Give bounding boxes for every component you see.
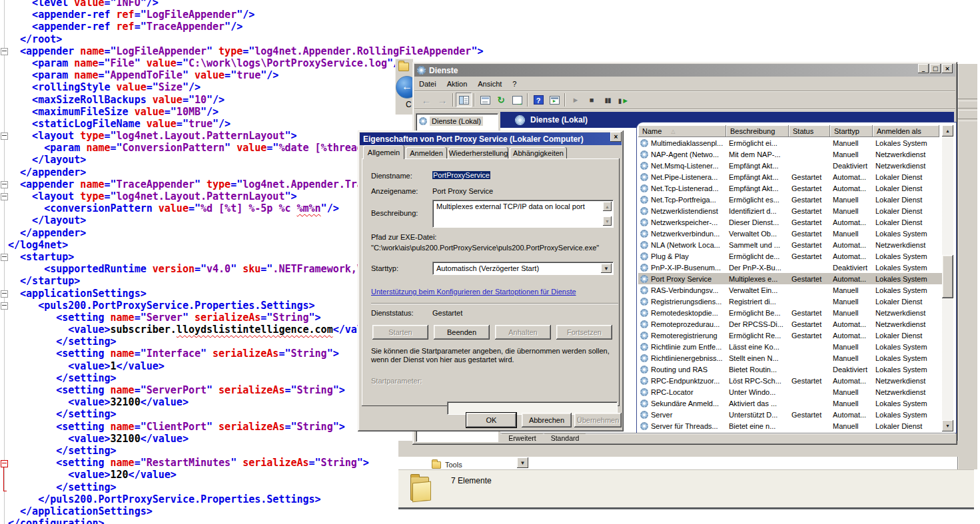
fold-toggle-icon[interactable] [1, 181, 8, 188]
table-row[interactable]: Sekundäre Anmeld...Aktiviert das ...Manu… [638, 397, 942, 409]
table-row[interactable]: Port Proxy ServiceMultiplexes e...Gestar… [638, 273, 942, 284]
code-line: <level value="INFO"/> [0, 0, 980, 9]
tab-abhängigkeiten[interactable]: Abhängigkeiten [510, 147, 567, 159]
chevron-down-icon[interactable]: ▼ [517, 457, 528, 468]
table-row[interactable]: RAS-Verbindungsv...Verwaltet Ein...Manue… [638, 284, 942, 296]
table-row[interactable]: Plug & PlayErmöglicht de...GestartetAuto… [638, 250, 942, 262]
column-header-anmeldenals[interactable]: Anmelden als [873, 125, 939, 137]
forward-arrow-icon[interactable]: → [434, 93, 450, 107]
table-row[interactable]: RPC-LocatorUnter Windo...ManuellNetzwerk… [638, 386, 942, 397]
table-row[interactable]: RemoteregistrierungErmöglicht Re...Gesta… [638, 330, 942, 341]
view-tab-erweitert[interactable]: Erweitert [502, 433, 543, 442]
table-row[interactable]: Netzwerkverbindun...Verwaltet Ob...Gesta… [638, 228, 942, 239]
show-tree-icon[interactable] [456, 93, 472, 107]
scroll-down-icon[interactable]: ▼ [942, 420, 953, 431]
sidebar-item-dienste-lokal[interactable]: Dienste (Lokal) [419, 117, 498, 126]
cell-beschreibung: Verwaltet Ein... [726, 286, 789, 294]
fold-toggle-icon[interactable] [1, 132, 8, 140]
restart-service-icon[interactable]: ▮► [616, 93, 632, 107]
fold-toggle-icon[interactable] [1, 290, 8, 298]
cell-starttyp: Manuell [830, 343, 873, 351]
scroll-down-icon[interactable]: ▼ [603, 216, 612, 226]
show-description-icon[interactable] [546, 93, 562, 107]
table-row[interactable]: Richtlinienergebniss...Stellt einen N...… [638, 352, 942, 364]
column-header-name[interactable]: Name△ [638, 125, 726, 137]
table-row[interactable]: Netzwerkspeicher-...Dieser Dienst...Gest… [638, 216, 942, 228]
minimize-icon[interactable]: _ [918, 64, 929, 73]
column-header-starttyp[interactable]: Starttyp [830, 125, 873, 137]
tab-wiederherstellung[interactable]: Wiederherstellung [448, 147, 508, 159]
code-token: ServerPort [147, 384, 207, 396]
table-row[interactable]: Multimediaklassenpl...Ermöglicht ei...Ma… [638, 137, 942, 148]
table-row[interactable]: NAP-Agent (Netwo...Mit dem NAP-...Manuel… [638, 148, 942, 160]
help-icon[interactable]: ? [530, 93, 546, 107]
dialog-titlebar[interactable]: Eigenschaften von Port Proxy Service (Lo… [360, 132, 622, 145]
service-name: Netzwerkspeicher-... [651, 218, 718, 226]
menu-item-[interactable]: ? [508, 79, 521, 89]
table-row[interactable]: NLA (Network Loca...Sammelt und ...Gesta… [638, 239, 942, 250]
table-row[interactable]: Remoteprozedurau...Der RPCSS-Di...Gestar… [638, 318, 942, 330]
table-row[interactable]: Net.Pipe-Listenera...Empfängt Akt...Gest… [638, 171, 942, 182]
scrollbar-thumb[interactable] [942, 255, 953, 298]
back-arrow-icon[interactable]: ← [418, 93, 434, 107]
ok-button[interactable]: OK [466, 413, 516, 427]
startoptions-help-link[interactable]: Unterstützung beim Konfigurieren der Sta… [371, 288, 576, 296]
beschreibung-field[interactable]: Multiplexes external TCP/IP data on loca… [432, 200, 614, 228]
code-token: " [207, 45, 219, 57]
tab-anmelden[interactable]: Anmelden [406, 147, 447, 159]
stop-service-icon[interactable]: ■ [584, 93, 600, 107]
menu-item-aktion[interactable]: Aktion [442, 79, 472, 89]
start-service-icon[interactable]: ► [568, 93, 584, 107]
code-line: </configuration> [0, 517, 980, 524]
code-token: </setting> [56, 408, 116, 420]
starttyp-combobox[interactable]: Automatisch (Verzögerter Start) ▼ [432, 262, 614, 275]
table-row[interactable]: Richtlinie zum Entfe...Lässt eine Ko...M… [638, 341, 942, 352]
table-row[interactable]: Remotedesktopdie...Ermöglicht Be...Gesta… [638, 307, 942, 318]
service-gear-icon [640, 411, 648, 419]
refresh-icon[interactable]: ↻ [493, 93, 509, 107]
fold-toggle-icon[interactable] [1, 302, 8, 310]
table-row[interactable]: ServerUnterstützt D...GestartetAutomat..… [638, 409, 942, 420]
table-row[interactable]: Server für Threads...Bietet eine n...Man… [638, 420, 942, 431]
table-row[interactable]: Net.Tcp-Listenerad...Empfängt Akt...Gest… [638, 182, 942, 194]
table-row[interactable]: Routing und RASBietet Routin...Deaktivie… [638, 364, 942, 375]
column-header-beschreibung[interactable]: Beschreibung [726, 125, 789, 137]
view-tab-standard[interactable]: Standard [544, 433, 586, 442]
fold-toggle-icon[interactable] [1, 193, 8, 200]
table-row[interactable]: NetzwerklistendienstIdentifiziert d...Ge… [638, 205, 942, 216]
maximize-icon[interactable]: □ [930, 64, 941, 73]
pause-service-icon[interactable]: ▮▮ [600, 93, 616, 107]
cell-starttyp: Automat... [830, 252, 873, 260]
beenden-button[interactable]: Beenden [434, 325, 490, 340]
tab-allgemein[interactable]: Allgemein [363, 145, 404, 159]
code-token: File [111, 57, 135, 69]
close-icon[interactable]: × [610, 132, 622, 142]
scroll-up-icon[interactable]: ▲ [603, 202, 612, 211]
code-token: Server [147, 312, 183, 324]
close-icon[interactable]: × [942, 64, 953, 73]
table-row[interactable]: PnP-X-IP-Busenum...Der PnP-X-Bu...Deakti… [638, 262, 942, 273]
scroll-up-icon[interactable]: ▲ [942, 125, 953, 136]
properties-window-icon[interactable] [477, 93, 493, 107]
code-token: name [74, 69, 98, 81]
services-titlebar[interactable]: Dienste _□× [414, 64, 955, 77]
table-row[interactable]: Net.Tcp-Portfreiga...Ermöglicht es...Ges… [638, 194, 942, 205]
export-list-icon[interactable] [509, 93, 525, 107]
view-tabs-strip: ErweitertStandard [500, 433, 955, 443]
menu-item-ansicht[interactable]: Ansicht [473, 79, 506, 89]
list-item[interactable]: Tools [432, 460, 462, 469]
scrollbar[interactable]: ▲ ▼ [942, 125, 953, 431]
service-name: Routing und RAS [651, 366, 708, 374]
column-header-status[interactable]: Status [789, 125, 830, 137]
code-token: "> [327, 348, 339, 360]
abbrechen-button[interactable]: Abbrechen [522, 413, 572, 427]
fold-toggle-icon[interactable] [1, 254, 8, 261]
table-row[interactable]: Net.Msmq-Listener...Empfängt Akt...Deakt… [638, 160, 942, 171]
chevron-down-icon[interactable]: ▼ [601, 264, 612, 273]
code-token: <applicationSettings> [20, 288, 147, 300]
menu-item-datei[interactable]: Datei [414, 79, 441, 89]
table-row[interactable]: RPC-Endpunktzuor...Löst RPC-Sch...Gestar… [638, 375, 942, 386]
services-icon [515, 115, 525, 125]
table-row[interactable]: Registrierungsdiens...Registriert di...M… [638, 296, 942, 307]
fold-toggle-icon[interactable] [1, 48, 8, 55]
